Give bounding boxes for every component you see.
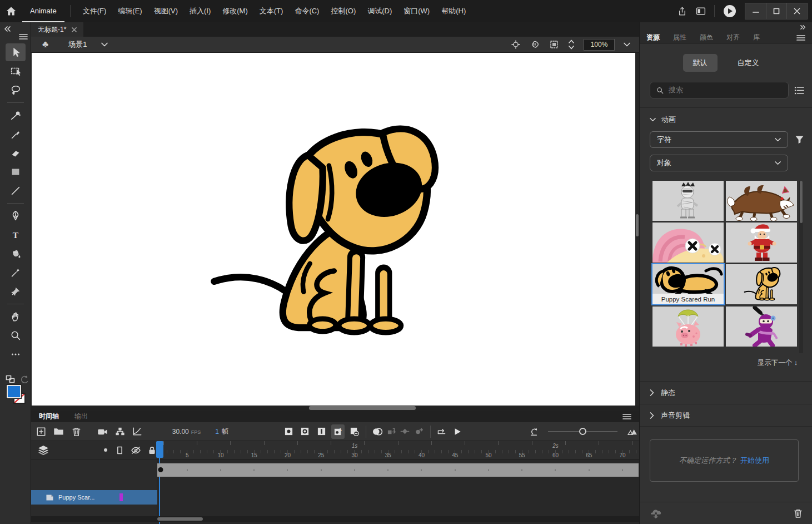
app-tab[interactable]: Animate (22, 0, 64, 22)
home-button[interactable] (0, 0, 22, 22)
selection-tool[interactable] (6, 43, 26, 61)
document-tab[interactable]: 无标题-1* (31, 22, 83, 37)
classic-brush-tool[interactable] (6, 125, 26, 143)
center-stage-icon[interactable] (511, 39, 521, 50)
share-icon[interactable] (677, 6, 688, 17)
workspace-icon[interactable] (695, 6, 706, 16)
asset-thumb-pig-parachute[interactable] (652, 307, 724, 347)
delete-layer-button[interactable] (69, 424, 83, 439)
paint-bucket-tool[interactable] (6, 245, 26, 263)
asset-thumb-mummy[interactable] (652, 181, 724, 221)
maximize-button[interactable] (766, 3, 786, 19)
clip-content-icon[interactable] (549, 39, 559, 50)
zoom-dropdown-icon[interactable] (624, 42, 630, 47)
line-tool[interactable] (6, 182, 26, 200)
new-layer-button[interactable] (34, 424, 48, 439)
timeline-zoom-icon[interactable] (625, 424, 639, 439)
lock-column-icon[interactable] (148, 446, 156, 454)
menu-item-5[interactable]: 文本(T) (260, 6, 283, 16)
stage-vertical-scrollbar[interactable] (635, 53, 639, 406)
eraser-tool[interactable] (6, 144, 26, 162)
menu-item-2[interactable]: 视图(V) (154, 6, 178, 16)
playhead[interactable] (156, 441, 163, 458)
section-sound[interactable]: 声音剪辑 (640, 404, 812, 426)
asset-thumb-werewolf[interactable] (726, 181, 797, 221)
scene-chevron-icon[interactable] (101, 42, 108, 47)
layer-row-puppy[interactable]: Puppy Scar... (31, 490, 157, 505)
asset-thumb-puppy-run-selected[interactable]: Puppy Scared Run (652, 264, 724, 304)
close-button[interactable] (786, 3, 807, 19)
zoom-stepper[interactable] (568, 39, 575, 50)
fill-color-swatch[interactable] (7, 385, 21, 398)
lasso-tool[interactable] (6, 81, 26, 99)
tab-assets[interactable]: 资源 (640, 33, 666, 42)
menu-item-9[interactable]: 窗口(W) (403, 6, 430, 16)
reset-colors-icon[interactable] (20, 375, 29, 384)
mode-custom-button[interactable]: 自定义 (728, 54, 769, 72)
keyframe-button[interactable] (282, 424, 296, 439)
frame-size-slider[interactable] (548, 428, 617, 435)
timeline-ruler[interactable]: 1s2s 510152025303540455055606570 (157, 441, 639, 459)
layer-parenting-button[interactable] (113, 424, 127, 439)
panel-menu-icon[interactable] (796, 34, 805, 41)
keyframe-dot[interactable] (158, 467, 163, 472)
menu-item-3[interactable]: 插入(I) (190, 6, 211, 16)
asset-thumb-ninja[interactable] (726, 307, 797, 347)
animation-section-chevron-icon[interactable] (650, 117, 656, 122)
menu-item-8[interactable]: 调试(D) (367, 6, 392, 16)
mode-default-button[interactable]: 默认 (683, 54, 718, 72)
camera-button[interactable] (96, 424, 109, 439)
asset-warp-tool[interactable] (6, 283, 26, 300)
rotate-canvas-icon[interactable] (530, 39, 540, 50)
more-tools-button[interactable] (6, 345, 26, 363)
cloud-download-icon[interactable] (650, 508, 662, 518)
zoom-tool[interactable] (6, 327, 26, 344)
tools-menu-icon[interactable] (19, 33, 28, 40)
rectangle-tool[interactable] (6, 163, 26, 181)
hand-tool[interactable] (6, 308, 26, 325)
edit-symbols-icon[interactable]: ♣ (42, 39, 48, 50)
auto-keyframe-button[interactable]: A (331, 424, 345, 439)
asset-thumb-puppy-sit[interactable] (726, 264, 797, 304)
graph-editor-button[interactable] (131, 424, 145, 439)
new-folder-button[interactable] (52, 424, 66, 439)
fluid-brush-tool[interactable] (6, 106, 26, 124)
pen-tool[interactable] (6, 207, 26, 225)
timeline-horizontal-scrollbar[interactable] (31, 516, 639, 522)
create-classic-tween-button[interactable] (398, 424, 412, 439)
menu-item-1[interactable]: 编辑(E) (118, 6, 142, 16)
remove-frame-button[interactable] (347, 424, 361, 439)
close-document-icon[interactable] (72, 27, 77, 32)
tab-color[interactable]: 颜色 (693, 33, 720, 42)
highlight-column-icon[interactable] (103, 448, 108, 452)
eyedropper-tool[interactable] (6, 264, 26, 281)
tab-align[interactable]: 对齐 (720, 33, 746, 42)
create-shape-tween-button[interactable] (412, 424, 426, 439)
assets-scrollbar[interactable] (799, 181, 803, 353)
list-view-icon[interactable] (794, 86, 804, 95)
delete-asset-icon[interactable] (794, 508, 803, 518)
tab-properties[interactable]: 属性 (666, 33, 693, 42)
play-button[interactable] (451, 424, 465, 439)
expand-panels-icon[interactable] (800, 24, 806, 30)
create-motion-tween-button[interactable] (385, 424, 398, 439)
object-dropdown[interactable]: 对象 (650, 155, 788, 171)
reset-timeline-zoom-button[interactable] (527, 424, 541, 439)
blank-keyframe-button[interactable] (298, 424, 312, 439)
stage-artwork-puppy[interactable] (198, 111, 446, 350)
tab-library[interactable]: 库 (746, 33, 766, 42)
character-dropdown[interactable]: 字符 (650, 131, 788, 148)
visibility-column-icon[interactable] (131, 446, 141, 454)
section-static[interactable]: 静态 (640, 381, 812, 403)
menu-item-7[interactable]: 控制(O) (331, 6, 356, 16)
outline-column-icon[interactable] (117, 446, 123, 454)
layer-frame-strip[interactable] (157, 463, 639, 477)
stage-canvas[interactable] (32, 53, 635, 406)
timeline-menu-icon[interactable] (622, 413, 631, 420)
insert-frame-button[interactable] (315, 424, 328, 439)
menu-item-6[interactable]: 命令(C) (295, 6, 319, 16)
loop-button[interactable] (435, 424, 449, 439)
tab-timeline[interactable]: 时间轴 (31, 412, 67, 421)
test-movie-icon[interactable] (723, 4, 737, 18)
onion-skin-button[interactable] (371, 424, 385, 439)
